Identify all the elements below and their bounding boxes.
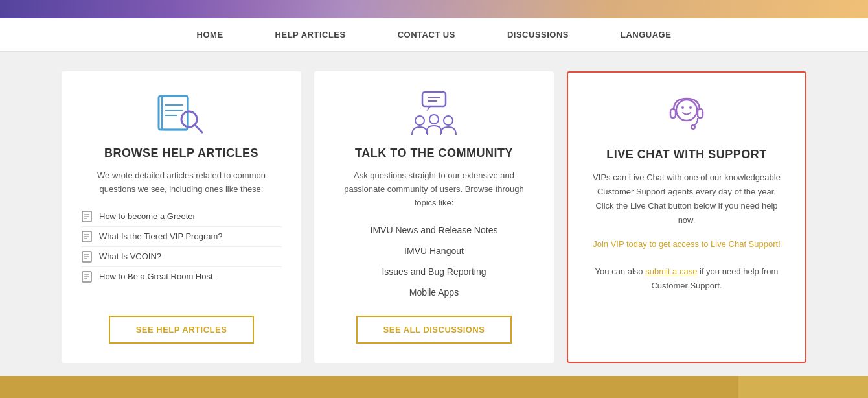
bottom-bar-left xyxy=(0,376,738,398)
link-item[interactable]: IMVU Hangout xyxy=(334,240,534,261)
list-item: How to Be a Great Room Host xyxy=(81,266,282,287)
list-item: What Is the Tiered VIP Program? xyxy=(81,226,282,246)
link-item[interactable]: Mobile Apps xyxy=(334,282,534,303)
community-card: TALK TO THE COMMUNITY Ask questions stra… xyxy=(314,71,554,363)
svg-point-31 xyxy=(681,106,684,109)
bottom-bar xyxy=(0,376,868,398)
svg-line-6 xyxy=(195,125,202,132)
see-help-articles-button[interactable]: SEE HELP ARTICLES xyxy=(109,316,255,344)
list-item: What Is VCOIN? xyxy=(81,246,282,266)
nav-home[interactable]: HOME xyxy=(197,30,223,40)
headset-icon xyxy=(661,92,713,137)
doc-icon xyxy=(81,231,93,242)
livechat-title: LIVE CHAT WITH SUPPORT xyxy=(606,148,767,161)
submit-case-link[interactable]: submit a case xyxy=(645,266,697,276)
see-all-discussions-button[interactable]: SEE ALL DISCUSSIONS xyxy=(356,316,512,344)
vip-link[interactable]: Join VIP today to get access to Live Cha… xyxy=(593,238,781,252)
doc-icon xyxy=(81,251,93,263)
navigation: HOME HELP ARTICLES CONTACT US DISCUSSION… xyxy=(0,18,868,52)
community-title: TALK TO THE COMMUNITY xyxy=(355,146,513,160)
bottom-bar-right xyxy=(738,376,868,398)
browse-list: How to become a Greeter What Is the Tier… xyxy=(81,207,282,287)
browse-desc: We wrote detailed articles related to co… xyxy=(81,169,282,196)
main-content: BROWSE HELP ARTICLES We wrote detailed a… xyxy=(0,52,868,376)
link-item[interactable]: IMVU News and Release Notes xyxy=(334,220,534,240)
community-desc: Ask questions straight to our extensive … xyxy=(334,169,534,209)
svg-point-27 xyxy=(415,116,424,125)
nav-language[interactable]: LANGUAGE xyxy=(621,30,671,40)
doc-icon xyxy=(81,211,93,222)
svg-point-29 xyxy=(444,116,453,125)
list-item: How to become a Greeter xyxy=(81,207,282,226)
browse-card: BROWSE HELP ARTICLES We wrote detailed a… xyxy=(62,71,301,363)
svg-rect-34 xyxy=(698,109,703,118)
book-search-icon xyxy=(155,91,207,136)
svg-point-35 xyxy=(691,125,695,129)
cards-container: BROWSE HELP ARTICLES We wrote detailed a… xyxy=(39,71,829,363)
browse-title: BROWSE HELP ARTICLES xyxy=(104,146,258,160)
doc-icon xyxy=(81,271,93,283)
nav-discussions[interactable]: DISCUSSIONS xyxy=(507,30,569,40)
community-icon xyxy=(408,91,460,136)
nav-help-articles[interactable]: HELP ARTICLES xyxy=(275,30,346,40)
vip-desc: VIPs can Live Chat with one of our knowl… xyxy=(588,170,786,228)
svg-point-30 xyxy=(676,100,697,121)
nav-contact-us[interactable]: CONTACT US xyxy=(398,30,455,40)
livechat-card: LIVE CHAT WITH SUPPORT VIPs can Live Cha… xyxy=(567,71,806,363)
submit-case-text: You can also submit a case if you need h… xyxy=(588,264,786,293)
top-banner xyxy=(0,0,868,18)
svg-point-28 xyxy=(429,115,439,124)
svg-rect-23 xyxy=(422,92,446,106)
svg-rect-33 xyxy=(670,109,676,118)
community-links: IMVU News and Release Notes IMVU Hangout… xyxy=(334,220,534,303)
link-item[interactable]: Issues and Bug Reporting xyxy=(334,261,534,282)
svg-point-32 xyxy=(689,106,692,109)
